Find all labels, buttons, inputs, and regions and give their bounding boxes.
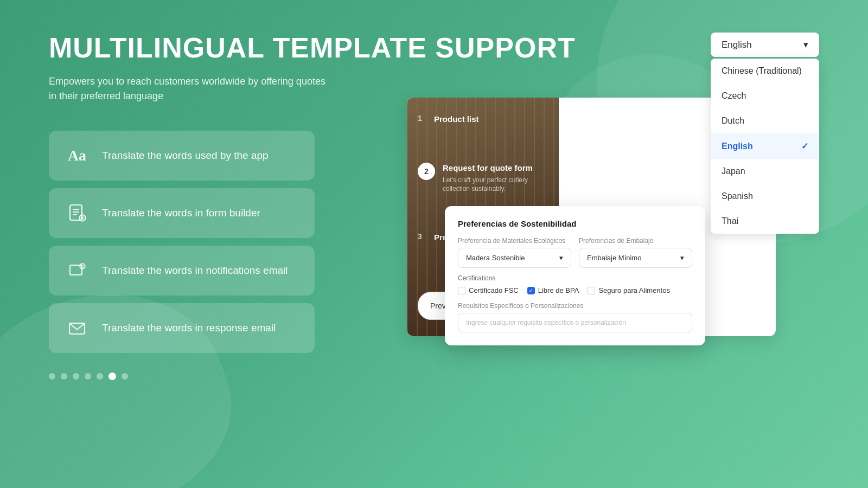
es-cert-fsc: Certificado FSC [458,286,519,294]
form-es-eco-label: Preferencia de Materiales Ecológicos [458,237,571,245]
language-option-thai[interactable]: Thai [711,209,819,234]
feature-app-words-text: Translate the words used by the app [102,149,269,163]
feature-notifications-text: Translate the words in notifications ema… [102,264,288,278]
es-fsc-checkbox[interactable] [458,287,465,294]
es-cert-bpa: ✓ Libre de BPA [527,286,579,294]
feature-notifications: Translate the words in notifications ema… [49,246,315,296]
language-selector[interactable]: English ▾ Chinese (Traditional) Czech Du… [711,33,819,57]
feature-response-email-text: Translate the words in response email [102,322,276,335]
form-es-pkg-label: Preferencias de Embalaje [579,237,692,245]
chevron-down-icon: ▾ [803,39,808,50]
language-option-czech[interactable]: Czech [711,84,819,108]
dot-7[interactable] [122,373,128,380]
step-2: 2 Request for quote form Let's craft you… [418,163,548,194]
step-1: 1 Product list [418,114,548,125]
features-list: Aa Translate the words used by the app +… [49,131,315,353]
form-es-cert-label: Certifications [458,274,692,282]
email-icon [64,315,90,341]
dot-1[interactable] [49,373,55,380]
dot-6-active[interactable] [108,373,116,380]
page-subtitle: Empowers you to reach customers worldwid… [49,74,331,104]
form-es-spec-label: Requisitos Específicos o Personalizacion… [458,302,692,310]
form-card-spanish: Preferencias de Sostenibilidad Preferenc… [445,206,705,345]
svg-text:+: + [81,216,84,221]
language-option-english[interactable]: English ✓ [711,133,819,159]
feature-response-email: Translate the words in response email [49,303,315,353]
step-2-label: Request for quote form [443,163,548,174]
svg-point-7 [80,264,85,269]
language-dropdown-button[interactable]: English ▾ [711,33,819,57]
language-option-chinese[interactable]: Chinese (Traditional) [711,59,819,84]
dot-5[interactable] [97,373,103,380]
form-es-cert-row: Certificado FSC ✓ Libre de BPA Seguro pa… [458,286,692,294]
chevron-icon-es2: ▾ [680,254,684,262]
form-icon: + [64,200,90,226]
language-dropdown-menu: Chinese (Traditional) Czech Dutch Englis… [711,59,819,234]
language-option-spanish[interactable]: Spanish [711,184,819,209]
feature-app-words: Aa Translate the words used by the app [49,131,315,181]
step-2-circle: 2 [418,163,435,180]
page-title: MULTILINGUAL TEMPLATE SUPPORT [49,33,819,63]
form-es-section-title: Preferencias de Sostenibilidad [458,219,692,228]
carousel-dots [49,373,819,380]
es-food-checkbox[interactable] [588,287,595,294]
notification-icon [64,258,90,284]
form-es-pkg-select[interactable]: Embalaje Mínimo ▾ [579,248,692,268]
form-es-eco-select[interactable]: Madera Sostenible ▾ [458,248,571,268]
check-icon: ✓ [801,141,808,151]
step-1-label: Product list [434,114,479,125]
step-2-subtitle: Let's craft your perfect cutlery collect… [443,176,548,194]
language-option-japan[interactable]: Japan [711,159,819,184]
font-icon: Aa [64,143,90,169]
dot-3[interactable] [73,373,79,380]
feature-form-builder: + Translate the words in form builder [49,188,315,238]
dot-4[interactable] [85,373,91,380]
form-es-spec-input[interactable]: Ingrese cualquier requisito específico o… [458,313,692,332]
language-option-dutch[interactable]: Dutch [711,108,819,133]
dot-2[interactable] [61,373,67,380]
feature-form-builder-text: Translate the words in form builder [102,207,260,220]
es-bpa-checkbox[interactable]: ✓ [527,287,535,294]
selected-language: English [722,40,752,50]
chevron-icon-es1: ▾ [559,254,563,262]
es-cert-food: Seguro para Alimentos [588,286,670,294]
